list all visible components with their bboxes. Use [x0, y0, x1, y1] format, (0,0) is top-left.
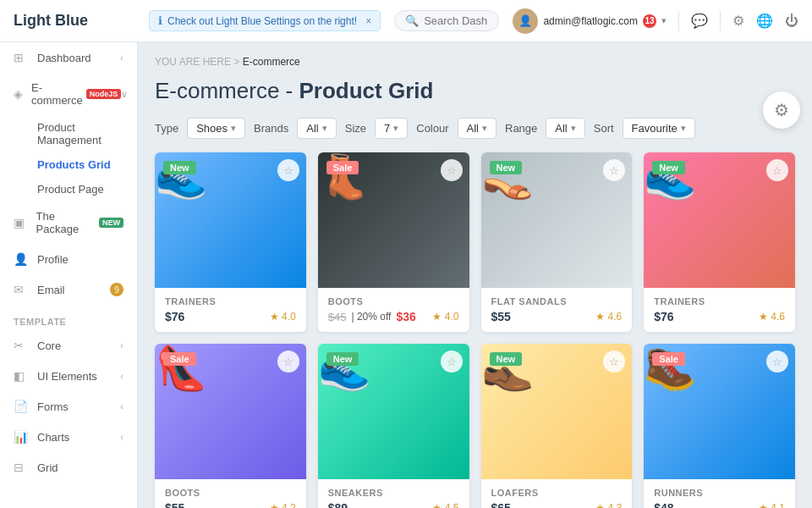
sidebar-item-product-management[interactable]: Product Management [0, 115, 137, 152]
top-header: Light Blue ℹ Check out Light Blue Settin… [0, 0, 812, 42]
search-input[interactable] [424, 14, 488, 27]
product-discount-2: | 20% off [351, 311, 391, 323]
sidebar-item-products-grid[interactable]: Products Grid [0, 152, 137, 177]
product-info-7: LOAFERS $65 ★ 4.3 [481, 479, 633, 508]
sidebar-item-core[interactable]: ✂ Core ‹ [0, 330, 137, 361]
product-fav-7[interactable]: ☆ [603, 351, 625, 373]
sidebar-item-dashboard[interactable]: ⊞ Dashboard ‹ [0, 42, 137, 73]
product-rating-3: ★ 4.6 [595, 311, 622, 323]
sidebar-item-email[interactable]: ✉ Email 9 [0, 274, 137, 305]
product-new-price-2: $36 [396, 310, 415, 323]
product-card-8[interactable]: 🥾 Sale ☆ RUNNERS $48 ★ 4.1 [644, 344, 795, 508]
nodejs-badge: NodeJS [86, 89, 122, 99]
notification-close[interactable]: × [365, 15, 371, 27]
product-image-6: 👟 New ☆ [318, 344, 469, 479]
product-grid: 👟 New ☆ TRAINERS $76 ★ 4.0 👢 Sale [155, 152, 795, 508]
filter-range[interactable]: All ▾ [546, 118, 584, 139]
product-tag-3: New [490, 161, 523, 174]
product-price-row-7: $65 ★ 4.3 [491, 501, 623, 508]
sidebar-label-dashboard: Dashboard [37, 52, 91, 64]
product-fav-6[interactable]: ☆ [441, 351, 463, 373]
globe-icon[interactable]: 🌐 [756, 13, 773, 29]
sidebar-item-charts[interactable]: 📊 Charts ‹ [0, 422, 137, 452]
product-fav-4[interactable]: ☆ [766, 159, 788, 181]
page-title-bold: Product Grid [299, 78, 433, 103]
product-price-row-6: $89 ★ 4.5 [328, 501, 459, 508]
filter-colour-value: All [467, 122, 479, 135]
sidebar-item-grid[interactable]: ⊟ Grid [0, 452, 137, 483]
product-fav-1[interactable]: ☆ [277, 159, 299, 181]
chevron-brands: ▾ [322, 123, 327, 134]
breadcrumb-prefix: YOU ARE HERE > [155, 56, 239, 68]
chevron-range: ▾ [571, 123, 576, 134]
product-price-1: $76 [165, 310, 184, 323]
gear-icon[interactable]: ⚙ [732, 13, 744, 29]
chat-icon[interactable]: 💬 [691, 13, 708, 29]
product-price-row-1: $76 ★ 4.0 [165, 310, 296, 323]
product-card-7[interactable]: 👞 New ☆ LOAFERS $65 ★ 4.3 [481, 344, 633, 508]
sidebar-item-ui-elements[interactable]: ◧ UI Elements ‹ [0, 361, 137, 391]
product-card-4[interactable]: 👟 New ☆ TRAINERS $76 ★ 4.6 [644, 152, 795, 332]
chevron-icon5: ‹ [120, 401, 123, 411]
sidebar-item-profile[interactable]: 👤 Profile [0, 244, 137, 274]
product-price-5: $55 [165, 501, 184, 508]
product-card-1[interactable]: 👟 New ☆ TRAINERS $76 ★ 4.0 [155, 152, 306, 332]
admin-chevron: ▾ [661, 15, 667, 26]
sidebar-item-the-package[interactable]: ▣ The Package NEW [0, 202, 137, 244]
product-card-5[interactable]: 👠 Sale ☆ BOOTS $55 ★ 4.2 [155, 344, 306, 508]
filter-label-sort: Sort [594, 122, 614, 135]
template-section-label: TEMPLATE [0, 305, 137, 330]
product-info-6: SNEAKERS $89 ★ 4.5 [318, 479, 469, 508]
sidebar-item-product-page[interactable]: Product Page [0, 177, 137, 202]
page-title-light: E-commerce - [155, 78, 299, 103]
filter-size[interactable]: 7 ▾ [375, 118, 408, 139]
product-old-price-2: $45 [328, 311, 347, 323]
product-fav-3[interactable]: ☆ [603, 159, 625, 181]
sidebar-item-ecommerce[interactable]: ◈ E-commerce NodeJS ∨ [0, 73, 137, 115]
power-icon[interactable]: ⏻ [785, 14, 798, 29]
main-layout: ⊞ Dashboard ‹ ◈ E-commerce NodeJS ∨ Prod… [0, 42, 812, 508]
filter-colour[interactable]: All ▾ [458, 118, 497, 139]
product-rating-1: ★ 4.0 [270, 311, 296, 323]
product-image-1: 👟 New ☆ [155, 152, 306, 288]
floating-settings-button[interactable]: ⚙ [763, 91, 800, 129]
product-fav-8[interactable]: ☆ [766, 351, 788, 373]
product-name-3: FLAT SANDALS [491, 296, 623, 306]
product-price-row-4: $76 ★ 4.6 [654, 310, 785, 323]
product-image-7: 👞 New ☆ [481, 344, 633, 479]
chevron-sort: ▾ [681, 123, 686, 134]
product-rating-8: ★ 4.1 [759, 502, 785, 508]
admin-avatar-area[interactable]: 👤 admin@flatlogic.com 13 ▾ [513, 8, 667, 34]
header-divider2 [720, 11, 721, 31]
product-name-8: RUNNERS [654, 488, 785, 498]
grid2-icon: ⊟ [14, 461, 29, 474]
sidebar-label-profile: Profile [37, 253, 69, 266]
scissors-icon: ✂ [14, 339, 29, 352]
product-fav-5[interactable]: ☆ [277, 351, 299, 373]
filter-label-size: Size [345, 122, 366, 135]
product-tag-7: New [490, 352, 523, 366]
product-info-5: BOOTS $55 ★ 4.2 [155, 479, 306, 508]
breadcrumb-current: E-commerce [243, 56, 300, 68]
product-price-row-3: $55 ★ 4.6 [491, 310, 623, 323]
product-rating-7: ★ 4.3 [595, 502, 622, 508]
filter-brands[interactable]: All ▾ [297, 118, 336, 139]
product-image-8: 🥾 Sale ☆ [644, 344, 795, 479]
product-rating-4: ★ 4.6 [759, 311, 785, 323]
product-card-3[interactable]: 👡 New ☆ FLAT SANDALS $55 ★ 4.6 [481, 152, 633, 332]
new-badge: NEW [99, 218, 123, 228]
sidebar-label-product-management: Product Management [37, 121, 102, 146]
product-name-5: BOOTS [165, 488, 296, 498]
product-price-8: $48 [654, 501, 673, 508]
product-info-2: BOOTS $45 | 20% off $36 ★ 4.0 [318, 288, 469, 332]
product-card-6[interactable]: 👟 New ☆ SNEAKERS $89 ★ 4.5 [318, 344, 469, 508]
product-name-4: TRAINERS [654, 296, 785, 306]
filter-type[interactable]: Shoes ▾ [187, 118, 245, 139]
sidebar-item-forms[interactable]: 📄 Forms ‹ [0, 391, 137, 422]
product-name-6: SNEAKERS [328, 488, 459, 498]
filter-sort[interactable]: Favourite ▾ [623, 118, 695, 139]
search-icon: 🔍 [405, 14, 419, 27]
filter-sort-value: Favourite [632, 122, 678, 135]
product-card-2[interactable]: 👢 Sale ☆ BOOTS $45 | 20% off $36 ★ 4.0 [318, 152, 469, 332]
product-fav-2[interactable]: ☆ [441, 159, 463, 181]
